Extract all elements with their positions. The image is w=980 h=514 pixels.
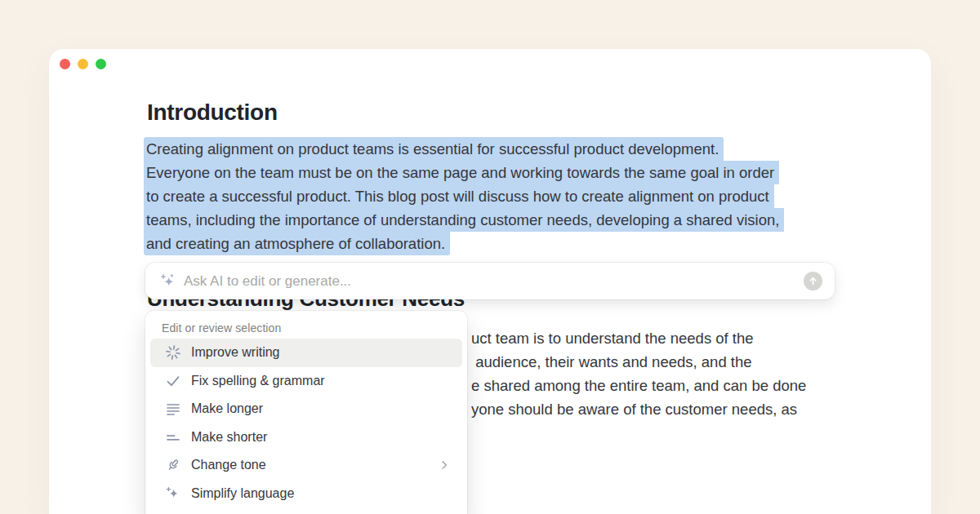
menu-item-label: Improve writing — [191, 345, 279, 360]
menu-item-label: Change tone — [191, 458, 266, 472]
ai-menu-items: Improve writingFix spelling & grammarMak… — [145, 339, 467, 507]
improve-writing-icon — [165, 344, 181, 361]
app-window: Introduction Creating alignment on produ… — [49, 49, 931, 514]
selected-text-line: to create a successful product. This blo… — [144, 184, 784, 208]
ai-prompt-placeholder: Ask AI to edit or generate... — [184, 273, 351, 290]
selected-text-line: Everyone on the team must be on the same… — [144, 161, 784, 184]
body-text-line: audience, their wants and needs, and the — [471, 350, 806, 374]
menu-item-label: Make longer — [191, 401, 263, 416]
page-title: Introduction — [147, 100, 278, 126]
menu-item-change-tone[interactable]: Change tone — [150, 451, 462, 480]
menu-item-make-shorter[interactable]: Make shorter — [150, 423, 462, 452]
menu-item-fix-spelling-grammar[interactable]: Fix spelling & grammar — [150, 367, 462, 396]
window-controls — [60, 59, 106, 69]
body-text-line: uct team is to understand the needs of t… — [471, 326, 806, 350]
menu-item-label: Fix spelling & grammar — [191, 374, 325, 388]
ai-sparkle-icon — [159, 273, 176, 290]
ai-submit-button[interactable] — [804, 272, 822, 290]
zoom-button[interactable] — [96, 59, 106, 69]
menu-item-simplify-language[interactable]: Simplify language — [150, 480, 462, 508]
menu-item-improve-writing[interactable]: Improve writing — [150, 339, 462, 367]
change-tone-icon — [165, 457, 181, 473]
occluded-paragraph: uct team is to understand the needs of t… — [471, 326, 806, 421]
simplify-language-icon — [165, 485, 181, 502]
body-text-line: yone should be aware of the customer nee… — [471, 397, 806, 421]
fix-spelling-icon — [165, 373, 181, 389]
chevron-right-icon — [437, 458, 452, 472]
body-text-line: e shared among the entire team, and can … — [471, 374, 806, 397]
menu-item-label: Make shorter — [191, 430, 267, 445]
menu-section-header: Edit or review selection — [145, 311, 467, 339]
minimize-button[interactable] — [78, 59, 88, 69]
menu-item-label: Simplify language — [191, 486, 294, 501]
selected-text-line: Creating alignment on product teams is e… — [144, 137, 784, 161]
selected-paragraph[interactable]: Creating alignment on product teams is e… — [144, 137, 784, 255]
ai-edit-menu: Edit or review selection Improve writing… — [145, 311, 467, 514]
ai-prompt-bar[interactable]: Ask AI to edit or generate... — [145, 263, 835, 299]
make-longer-icon — [165, 401, 181, 417]
selected-text-line: and creating an atmosphere of collaborat… — [144, 232, 784, 255]
selected-text-line: teams, including the importance of under… — [144, 208, 784, 232]
close-button[interactable] — [60, 59, 70, 69]
arrow-up-icon — [806, 274, 820, 288]
menu-item-make-longer[interactable]: Make longer — [150, 395, 462, 423]
make-shorter-icon — [165, 429, 181, 445]
